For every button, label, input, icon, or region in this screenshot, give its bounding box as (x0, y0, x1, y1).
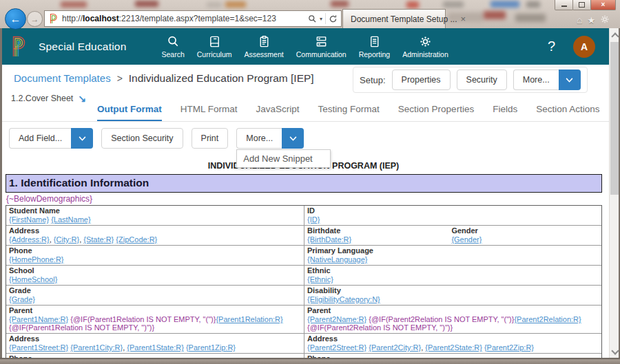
maximize-button[interactable] (572, 0, 591, 10)
field-token-link[interactable]: {LastName} (51, 215, 90, 224)
field-token-link[interactable]: {Parent2Street:R} (307, 343, 366, 352)
nav-item-assessment[interactable]: Assessment (238, 35, 290, 58)
nav-item-communication[interactable]: Communication (290, 35, 353, 58)
nav-item-label: Reporting (359, 50, 391, 58)
field-token-link[interactable]: {Parent1Zip:R} (186, 343, 236, 352)
template-code-text: {@IF(Parent1Relation IS NOT EMPTY, "(")} (70, 315, 216, 323)
field-token-link[interactable]: {Grade} (9, 295, 35, 303)
section-breadcrumb: 1.2.Cover Sheet ↘ (11, 93, 86, 104)
gear-icon (419, 35, 432, 48)
print-button[interactable]: Print (192, 128, 229, 149)
page-content: Document Templates > Individualized Educ… (2, 65, 609, 358)
field-token-link[interactable]: {City:R} (54, 235, 79, 244)
editor-toolbar: Add Field... Section Security Print More… (9, 128, 304, 149)
goto-section-arrow-icon[interactable]: ↘ (78, 93, 86, 104)
field-token-link[interactable]: {Address:R} (9, 235, 50, 244)
properties-button[interactable]: Properties (392, 69, 451, 90)
field-token-link[interactable]: {FirstName} (9, 215, 49, 224)
template-field: Birthdate{BirthDate:R} (307, 226, 451, 244)
background-blur-shape (331, 1, 349, 7)
close-button[interactable]: × (590, 0, 616, 10)
nav-item-reporting[interactable]: Reporting (353, 35, 397, 58)
settings-gear-icon[interactable] (600, 14, 610, 25)
field-label: School (9, 266, 301, 275)
refresh-icon[interactable] (329, 14, 338, 23)
field-label: Gender (451, 226, 595, 235)
template-field: Address{Address:R}, {City:R}, {State:R} … (9, 226, 301, 244)
more-button[interactable]: More... (236, 128, 282, 149)
field-token-link[interactable]: {State:R} (83, 235, 114, 244)
home-icon[interactable]: ⌂ (577, 15, 582, 25)
field-token-link[interactable]: {EligibilityCategory:N} (307, 295, 380, 303)
field-token-link[interactable]: {Parent2Zip:R} (484, 343, 534, 352)
template-snippet-token[interactable]: {~BelowDemographics} (6, 194, 92, 204)
tab-section-actions[interactable]: Section Actions (536, 104, 599, 122)
field-label: Grade (9, 286, 301, 295)
field-token-link[interactable]: {Parent2City:R} (369, 343, 421, 352)
tab-close-icon[interactable]: × (461, 14, 466, 23)
field-token-link[interactable]: {Parent2Relation:R} (514, 315, 581, 323)
field-token-link[interactable]: {Parent2State:R} (425, 343, 482, 352)
field-value: {Gender} (451, 235, 595, 244)
field-token-link[interactable]: {Ethnic} (307, 275, 333, 283)
field-token-link[interactable]: {HomePhone:R} (9, 255, 64, 264)
field-token-link[interactable]: {Parent1Name:R} (9, 315, 68, 323)
field-token-link[interactable]: {HomeSchool} (9, 275, 57, 283)
more-dropdown-button[interactable] (282, 128, 304, 149)
field-token-link[interactable]: {Parent1State:R} (127, 343, 184, 352)
tab-testing-format[interactable]: Testing Format (318, 104, 380, 122)
maximize-icon (579, 2, 585, 8)
scroll-up-icon[interactable] (611, 32, 619, 40)
field-label: Parent (307, 306, 599, 315)
add-field-button[interactable]: Add Field... (9, 128, 71, 149)
security-button[interactable]: Security (457, 69, 507, 90)
template-field: Gender{Gender} (451, 226, 595, 244)
setup-more-button[interactable]: More... (513, 69, 559, 90)
tab-fields[interactable]: Fields (493, 104, 517, 122)
nav-item-curriculum[interactable]: Curriculum (191, 35, 238, 58)
template-field: School{HomeSchool} (9, 266, 301, 283)
field-token-link[interactable]: {Parent1Street:R} (9, 343, 68, 352)
field-token-link[interactable]: {Parent1Relation:R} (216, 315, 282, 323)
browser-tab[interactable]: Document Template Setup ... × (342, 9, 446, 28)
forward-button[interactable]: → (27, 11, 43, 27)
section-name[interactable]: 1.2.Cover Sheet (11, 94, 73, 103)
setup-more-dropdown-button[interactable] (559, 69, 581, 90)
navbar-right: ? A (548, 36, 595, 58)
tab-javascript[interactable]: JavaScript (256, 104, 300, 122)
field-token-link[interactable]: {ID} (307, 215, 320, 224)
field-token-link[interactable]: {Parent2Name:R} (307, 315, 366, 323)
nav-item-administration[interactable]: Administration (396, 35, 455, 58)
format-tabs: Output Format HTML Format JavaScript Tes… (97, 104, 599, 122)
back-button[interactable]: ← (5, 8, 26, 30)
address-bar[interactable]: http://localhost:2213/template.aspx?temp… (44, 10, 342, 27)
tab-output-format[interactable]: Output Format (97, 104, 162, 122)
field-token-link[interactable]: {ZipCode:R} (116, 235, 157, 244)
field-token-link[interactable]: {NativeLanguage} (307, 255, 367, 264)
nav-item-search[interactable]: Search (155, 35, 190, 58)
field-token-link[interactable]: {Parent1City:R} (70, 343, 123, 352)
autocomplete-caret-icon[interactable]: ▾ (320, 16, 322, 22)
avatar[interactable]: A (573, 36, 595, 58)
search-icon[interactable] (308, 14, 317, 23)
field-token-link[interactable]: {BirthDate:R} (307, 235, 351, 244)
favorites-star-icon[interactable]: ★ (587, 16, 595, 25)
back-arrow-icon: ← (10, 13, 21, 25)
scrollbar-thumb[interactable] (610, 42, 619, 195)
tab-section-properties[interactable]: Section Properties (398, 104, 474, 122)
scroll-down-icon[interactable] (611, 347, 619, 354)
field-value: {EligibilityCategory:N} (307, 295, 599, 303)
help-icon[interactable]: ? (548, 39, 555, 54)
menu-item-add-new-snippet[interactable]: Add New Snippet (236, 149, 331, 168)
minimize-button[interactable] (555, 0, 573, 10)
app-title: Special Education (39, 41, 126, 53)
browser-action-icons: ⌂ ★ (577, 14, 610, 25)
field-value: {FirstName} {LastName} (9, 215, 301, 224)
tab-html-format[interactable]: HTML Format (180, 104, 238, 122)
field-token-link[interactable]: {Gender} (451, 235, 482, 244)
section-security-button[interactable]: Section Security (101, 128, 183, 149)
page-title: Individualized Education Program [IEP] (129, 72, 314, 85)
add-field-dropdown-button[interactable] (71, 128, 93, 149)
breadcrumb-link[interactable]: Document Templates (14, 72, 111, 84)
page-scrollbar[interactable] (609, 28, 619, 358)
